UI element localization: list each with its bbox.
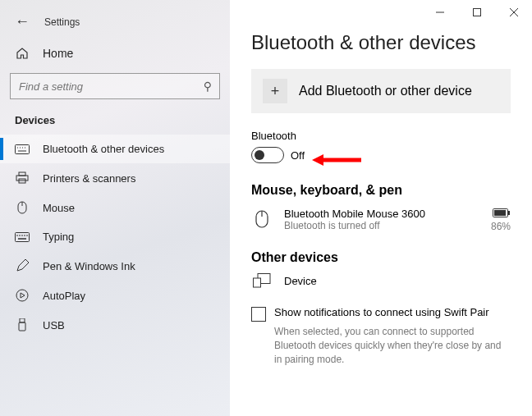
sidebar-item-label: Bluetooth & other devices <box>43 143 164 155</box>
swift-pair-checkbox[interactable] <box>251 307 266 322</box>
sidebar-item-label: Printers & scanners <box>43 172 135 185</box>
sidebar-item-autoplay[interactable]: AutoPlay <box>0 281 230 310</box>
sidebar-item-label: Typing <box>43 231 74 243</box>
sidebar: ← Settings Home ⚲ Devices Bluetooth & ot… <box>0 0 230 416</box>
svg-point-22 <box>16 290 28 301</box>
sidebar-item-printers[interactable]: Printers & scanners <box>0 163 230 193</box>
device-row[interactable]: Bluetooth Mobile Mouse 3600 Bluetooth is… <box>251 206 511 232</box>
add-device-label: Add Bluetooth or other device <box>299 84 472 98</box>
sidebar-item-bluetooth[interactable]: Bluetooth & other devices <box>0 135 230 163</box>
sidebar-item-label: AutoPlay <box>43 290 85 302</box>
device-icon <box>251 273 273 288</box>
bluetooth-state: Off <box>291 149 305 162</box>
pen-icon <box>15 259 30 272</box>
usb-icon <box>15 318 30 331</box>
window-title: Settings <box>44 16 80 28</box>
device-status: Bluetooth is turned off <box>284 220 491 231</box>
sidebar-item-usb[interactable]: USB <box>0 310 230 340</box>
maximize-button[interactable] <box>458 0 495 25</box>
svg-rect-4 <box>16 144 30 153</box>
page-title: Bluetooth & other devices <box>251 31 511 54</box>
bluetooth-label: Bluetooth <box>251 130 511 142</box>
minimize-button[interactable] <box>421 0 458 25</box>
add-device-button[interactable]: + Add Bluetooth or other device <box>251 69 511 113</box>
keyboard-icon <box>15 144 30 154</box>
other-heading: Other devices <box>251 250 511 265</box>
sidebar-item-typing[interactable]: Typing <box>0 222 230 251</box>
printer-icon <box>15 171 30 185</box>
sidebar-item-pen[interactable]: Pen & Windows Ink <box>0 251 230 281</box>
sidebar-item-label: Pen & Windows Ink <box>43 260 135 272</box>
svg-rect-29 <box>508 211 510 215</box>
svg-rect-31 <box>254 278 261 287</box>
svg-rect-10 <box>19 172 25 176</box>
nav-home[interactable]: Home <box>0 39 230 68</box>
annotation-arrow <box>312 152 361 168</box>
sidebar-item-label: USB <box>43 319 65 331</box>
nav-home-label: Home <box>43 47 73 60</box>
svg-rect-23 <box>20 318 25 322</box>
device-row[interactable]: Device <box>251 273 511 288</box>
mouse-device-icon <box>251 210 273 228</box>
search-icon: ⚲ <box>204 80 212 93</box>
svg-rect-1 <box>473 9 480 16</box>
svg-rect-28 <box>494 210 506 216</box>
svg-marker-33 <box>312 154 323 166</box>
device-name: Bluetooth Mobile Mouse 3600 <box>284 208 491 220</box>
swift-pair-label: Show notifications to connect using Swif… <box>274 306 489 318</box>
search-input[interactable] <box>10 73 220 99</box>
battery-percent: 86% <box>491 221 511 232</box>
device-name: Device <box>284 275 511 287</box>
battery-icon <box>491 206 511 221</box>
autoplay-icon <box>15 289 30 302</box>
svg-rect-15 <box>16 232 30 241</box>
sidebar-item-mouse[interactable]: Mouse <box>0 193 230 222</box>
bluetooth-toggle[interactable] <box>251 147 284 163</box>
mouse-heading: Mouse, keyboard, & pen <box>251 183 511 198</box>
section-label: Devices <box>0 111 230 135</box>
home-icon <box>15 47 30 60</box>
swift-pair-description: When selected, you can connect to suppor… <box>251 325 511 366</box>
main-content: Bluetooth & other devices + Add Bluetoot… <box>230 0 532 416</box>
svg-rect-24 <box>19 322 25 331</box>
svg-rect-11 <box>16 176 28 181</box>
sidebar-item-label: Mouse <box>43 202 75 214</box>
typing-icon <box>15 232 30 242</box>
mouse-icon <box>15 201 30 214</box>
plus-icon: + <box>263 79 287 103</box>
close-button[interactable] <box>495 0 532 25</box>
back-arrow-icon[interactable]: ← <box>15 13 30 30</box>
